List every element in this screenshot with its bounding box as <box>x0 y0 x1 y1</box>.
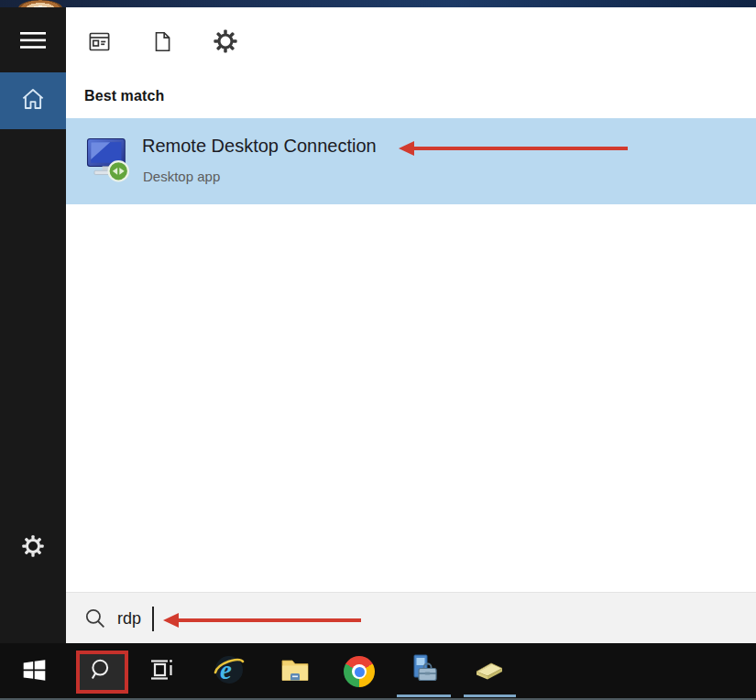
search-annotation-arrow-head <box>163 613 179 628</box>
gear-icon <box>213 28 238 58</box>
text-caret <box>152 607 154 631</box>
windows-start-search-screen: Best match Remote Desktop Connection De <box>0 0 756 700</box>
pc-toolbox-icon <box>407 652 442 691</box>
gear-icon <box>21 534 45 562</box>
running-app-indicator <box>464 695 516 697</box>
expand-menu-button[interactable] <box>13 22 53 62</box>
start-button[interactable] <box>14 651 54 692</box>
taskbar-search-button[interactable] <box>76 651 128 694</box>
search-icon <box>84 607 107 634</box>
internet-explorer-icon: e <box>212 652 247 691</box>
folder-icon <box>279 653 312 690</box>
search-icon <box>90 658 115 686</box>
home-icon <box>19 85 47 116</box>
search-annotation-arrow-line <box>178 618 361 622</box>
chrome-icon <box>344 656 375 687</box>
result-title: Remote Desktop Connection <box>142 136 377 157</box>
result-annotation-arrow-head <box>399 141 414 156</box>
hamburger-menu-icon <box>19 30 47 54</box>
windows-logo-icon <box>22 658 47 686</box>
apps-window-icon <box>87 29 112 58</box>
desktop-background-sliver <box>0 0 756 7</box>
document-icon <box>150 29 174 58</box>
search-result-remote-desktop[interactable]: Remote Desktop Connection Desktop app <box>66 118 756 204</box>
filter-documents-button[interactable] <box>144 25 181 61</box>
search-bar[interactable] <box>66 592 756 643</box>
pc-tools-app-button[interactable] <box>404 651 444 692</box>
section-header-best-match: Best match <box>84 88 164 104</box>
internet-explorer-button[interactable]: e <box>209 651 249 692</box>
sidebar-item-home[interactable] <box>0 72 66 129</box>
running-app-indicator <box>397 695 451 697</box>
task-view-button[interactable] <box>141 651 181 692</box>
filter-apps-button[interactable] <box>81 25 117 61</box>
filter-settings-button[interactable] <box>207 25 244 61</box>
chrome-button[interactable] <box>339 651 379 692</box>
sidebar-item-settings[interactable] <box>13 528 53 568</box>
result-annotation-arrow-line <box>413 147 628 150</box>
chrome-icon-core <box>355 667 365 677</box>
task-view-icon <box>148 656 175 687</box>
svg-text:e: e <box>220 655 232 684</box>
book-app-button[interactable] <box>469 651 509 692</box>
book-icon <box>472 652 507 691</box>
remote-desktop-icon <box>81 131 136 190</box>
result-subtitle: Desktop app <box>143 169 220 184</box>
file-explorer-button[interactable] <box>275 651 315 692</box>
